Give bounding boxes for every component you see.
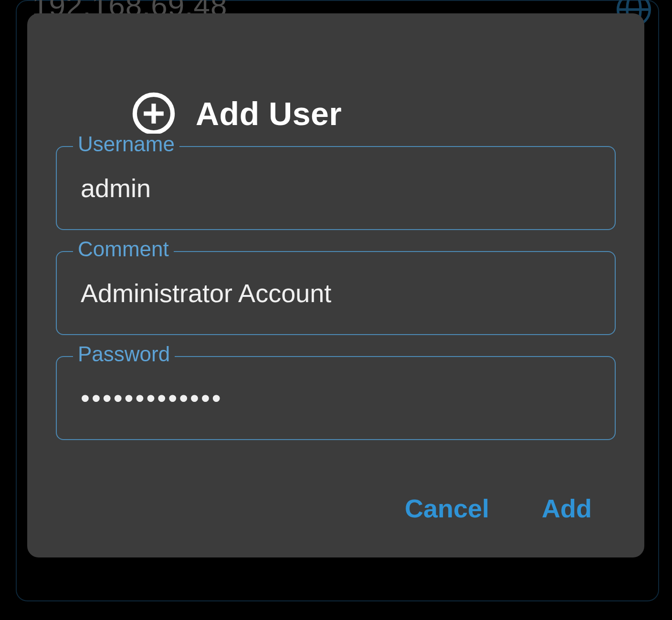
- password-label: Password: [73, 344, 175, 365]
- add-button[interactable]: Add: [542, 494, 592, 523]
- password-field-group: Password: [56, 356, 616, 440]
- comment-label: Comment: [73, 239, 174, 260]
- username-label: Username: [73, 134, 179, 155]
- username-input[interactable]: [80, 173, 592, 203]
- password-input[interactable]: [80, 383, 592, 413]
- dialog-header: Add User: [130, 90, 342, 137]
- add-user-dialog: Add User Username Comment Password Cance…: [27, 13, 644, 557]
- dialog-title: Add User: [196, 95, 342, 132]
- cancel-button[interactable]: Cancel: [405, 494, 489, 523]
- plus-circle-icon: [130, 90, 178, 137]
- comment-field-group: Comment: [56, 251, 616, 335]
- username-field-group: Username: [56, 146, 616, 230]
- comment-input[interactable]: [80, 278, 592, 308]
- dialog-actions: Cancel Add: [27, 494, 644, 523]
